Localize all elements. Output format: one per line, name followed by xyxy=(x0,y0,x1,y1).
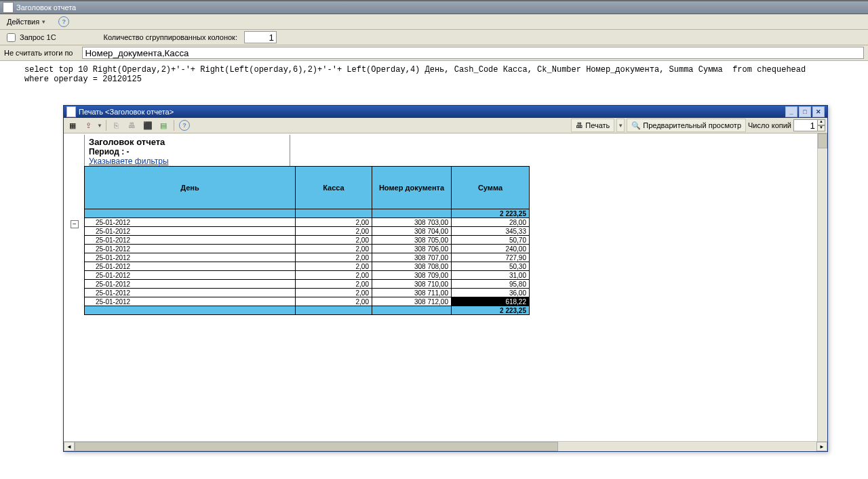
print-dropdown[interactable]: ▼ xyxy=(616,119,625,132)
chevron-down-icon[interactable]: ▼ xyxy=(97,123,102,129)
report-title: Заголовок отчета xyxy=(89,137,285,147)
table-cell: 36,00 xyxy=(452,289,530,297)
table-cell: 618,22 xyxy=(452,297,530,306)
table-row[interactable]: 25-01-20122,00308 710,0095,80 xyxy=(85,280,530,289)
help-icon: ? xyxy=(179,120,190,131)
minimize-button[interactable]: _ xyxy=(785,106,797,117)
spin-down[interactable]: ▼ xyxy=(818,125,825,131)
actions-menu-label: Действия xyxy=(7,18,39,26)
table-cell: 28,00 xyxy=(452,218,530,227)
table-cell: 25-01-2012 xyxy=(85,297,296,306)
preview-button-label: Предварительный просмотр xyxy=(643,121,741,129)
report-filters-link[interactable]: Указываете фильтры xyxy=(89,157,285,166)
collapse-toggle[interactable]: − xyxy=(71,220,79,228)
close-button[interactable]: ✕ xyxy=(812,106,825,117)
actions-menu[interactable]: Действия ▼ xyxy=(2,16,51,28)
grid-icon[interactable]: ▦ xyxy=(66,119,79,132)
main-titlebar: Заголовок отчета xyxy=(0,1,868,14)
table-cell: 308 704,00 xyxy=(372,227,452,236)
table-cell: 25-01-2012 xyxy=(85,262,296,271)
query-1c-checkbox[interactable] xyxy=(7,33,16,42)
table-cell: 25-01-2012 xyxy=(85,280,296,289)
footer-row: 2 223,25 xyxy=(85,306,530,315)
table-cell: 2,00 xyxy=(296,262,372,271)
group-cell: 2 223,25 xyxy=(452,209,530,218)
export-icon[interactable]: ⇪ xyxy=(81,119,95,132)
maximize-button[interactable]: □ xyxy=(799,106,811,117)
scroll-left-arrow[interactable]: ◄ xyxy=(64,442,75,451)
grouped-cols-label: Количество сгруппированных колонок: xyxy=(104,33,237,41)
copies-label: Число копий xyxy=(748,121,791,129)
no-totals-label: Не считать итоги по xyxy=(4,49,73,57)
table-cell: 25-01-2012 xyxy=(85,227,296,236)
preview-button[interactable]: 🔍 Предварительный просмотр xyxy=(627,119,746,132)
report-table: День Касса Номер документа Сумма 2 223,2… xyxy=(84,166,530,315)
table-row[interactable]: 25-01-20122,00308 708,0050,30 xyxy=(85,262,530,271)
copy-icon[interactable]: ⎘ xyxy=(110,119,123,132)
table-row[interactable]: 25-01-20122,00308 704,00345,33 xyxy=(85,227,530,236)
table-cell: 25-01-2012 xyxy=(85,245,296,253)
print-title: Печать <Заголовок отчета> xyxy=(79,108,174,116)
table-row[interactable]: 25-01-20122,00308 706,00240,00 xyxy=(85,245,530,253)
table-row[interactable]: 25-01-20122,00308 709,0031,00 xyxy=(85,271,530,280)
pdf-icon[interactable]: ⬛ xyxy=(141,119,155,132)
col-sum: Сумма xyxy=(452,167,530,209)
print-small-icon[interactable]: 🖶 xyxy=(125,119,139,132)
print-body: Заголовок отчета Период : - Указываете ф… xyxy=(64,133,827,442)
table-cell: 727,90 xyxy=(452,253,530,262)
table-cell: 25-01-2012 xyxy=(85,289,296,297)
print-window: Печать <Заголовок отчета> _ □ ✕ ▦ ⇪ ▼ ⎘ … xyxy=(63,105,828,452)
grouped-cols-input[interactable] xyxy=(244,31,277,43)
print-button-label: Печать xyxy=(585,121,610,129)
table-header-row: День Касса Номер документа Сумма xyxy=(85,167,530,209)
horizontal-scrollbar[interactable]: ◄ ► xyxy=(64,441,827,451)
magnifier-icon: 🔍 xyxy=(631,121,641,130)
table-cell: 2,00 xyxy=(296,227,372,236)
table-cell: 31,00 xyxy=(452,271,530,280)
print-button[interactable]: 🖶 Печать xyxy=(571,119,614,132)
excel-icon[interactable]: ▤ xyxy=(157,119,170,132)
table-row[interactable]: 25-01-20122,00308 707,00727,90 xyxy=(85,253,530,262)
table-cell: 25-01-2012 xyxy=(85,236,296,245)
print-titlebar[interactable]: Печать <Заголовок отчета> _ □ ✕ xyxy=(64,106,827,118)
vertical-scrollbar[interactable] xyxy=(817,133,827,442)
col-docnum: Номер документа xyxy=(372,167,452,209)
table-cell: 308 706,00 xyxy=(372,245,452,253)
footer-cell xyxy=(85,306,296,315)
footer-cell xyxy=(296,306,372,315)
table-cell: 308 705,00 xyxy=(372,236,452,245)
table-cell: 2,00 xyxy=(296,271,372,280)
table-cell: 2,00 xyxy=(296,253,372,262)
main-title: Заголовок отчета xyxy=(16,3,76,12)
help-button-2[interactable]: ? xyxy=(178,119,191,132)
table-cell: 308 711,00 xyxy=(372,289,452,297)
table-cell: 308 709,00 xyxy=(372,271,452,280)
copies-spinner[interactable]: ▲ ▼ xyxy=(793,119,825,131)
footer-cell xyxy=(372,306,452,315)
query-1c-checkbox-wrap[interactable]: Запрос 1С xyxy=(4,31,56,44)
scrollbar-thumb[interactable] xyxy=(818,133,827,148)
app-icon xyxy=(3,2,14,13)
footer-cell: 2 223,25 xyxy=(452,306,530,315)
table-cell: 2,00 xyxy=(296,218,372,227)
spin-up[interactable]: ▲ xyxy=(818,119,825,125)
sql-text[interactable]: select top 10 Right(Operday,2)+'-'+ Righ… xyxy=(0,61,868,110)
help-button[interactable]: ? xyxy=(54,14,74,29)
table-row[interactable]: 25-01-20122,00308 705,0050,70 xyxy=(85,236,530,245)
no-totals-input[interactable] xyxy=(82,47,864,59)
report-header: Заголовок отчета Период : - Указываете ф… xyxy=(84,135,290,166)
table-row[interactable]: 25-01-20122,00308 711,0036,00 xyxy=(85,289,530,297)
group-cell xyxy=(372,209,452,218)
scroll-right-arrow[interactable]: ► xyxy=(816,442,827,451)
copies-input[interactable] xyxy=(793,119,818,131)
table-row[interactable]: 25-01-20122,00308 712,00618,22 xyxy=(85,297,530,306)
table-cell: 2,00 xyxy=(296,245,372,253)
scrollbar-thumb[interactable] xyxy=(75,442,558,451)
table-cell: 2,00 xyxy=(296,297,372,306)
table-cell: 308 712,00 xyxy=(372,297,452,306)
group-header-row: 2 223,25 xyxy=(85,209,530,218)
col-kassa: Касса xyxy=(296,167,372,209)
param-row-1: Запрос 1С Количество сгруппированных кол… xyxy=(0,30,868,45)
scroll-track[interactable] xyxy=(75,442,816,451)
table-row[interactable]: 25-01-20122,00308 703,0028,00 xyxy=(85,218,530,227)
